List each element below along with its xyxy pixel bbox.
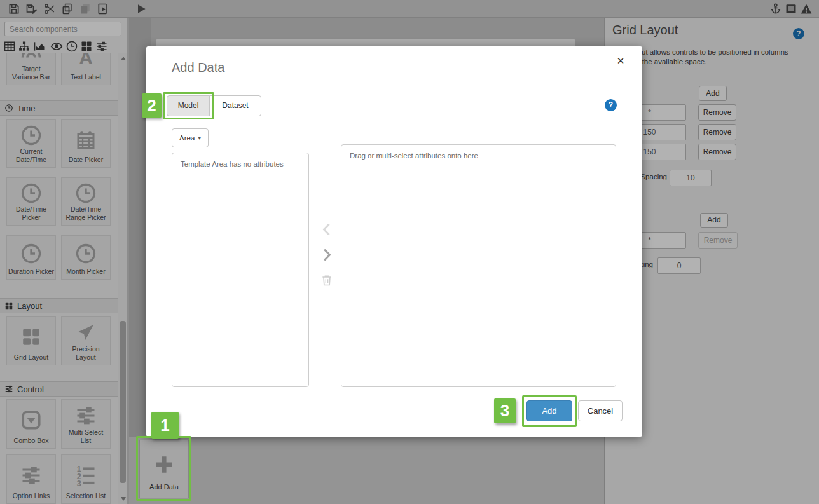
move-left-icon (320, 222, 334, 236)
add-data-modal: ✕ Add Data Model Dataset ? Area ▾ Templa… (146, 46, 642, 437)
step-badge-1: 1 (151, 412, 179, 439)
source-attributes-list[interactable]: Template Area has no attributes (172, 153, 309, 387)
step-highlight-2 (163, 92, 214, 119)
move-right-icon[interactable] (320, 248, 334, 262)
close-icon[interactable]: ✕ (614, 54, 628, 68)
step-highlight-1 (136, 436, 191, 501)
source-list-empty-text: Template Area has no attributes (181, 160, 284, 168)
cancel-button[interactable]: Cancel (578, 400, 623, 421)
app-window: Target Variance Bar A Text Label Time Cu… (0, 0, 819, 504)
step-badge-3: 3 (494, 398, 516, 423)
trash-icon (320, 273, 333, 287)
modal-title: Add Data (172, 60, 224, 75)
target-list-hint: Drag or multi-select attributes onto her… (350, 152, 478, 160)
tab-dataset[interactable]: Dataset (209, 95, 261, 116)
target-attributes-list[interactable]: Drag or multi-select attributes onto her… (341, 144, 616, 387)
step-badge-2: 2 (142, 93, 162, 118)
help-icon[interactable]: ? (605, 99, 617, 111)
caret-down-icon: ▾ (198, 135, 201, 141)
area-dropdown[interactable]: Area ▾ (172, 128, 209, 147)
area-dropdown-label: Area (179, 134, 195, 142)
step-highlight-3 (522, 395, 577, 427)
